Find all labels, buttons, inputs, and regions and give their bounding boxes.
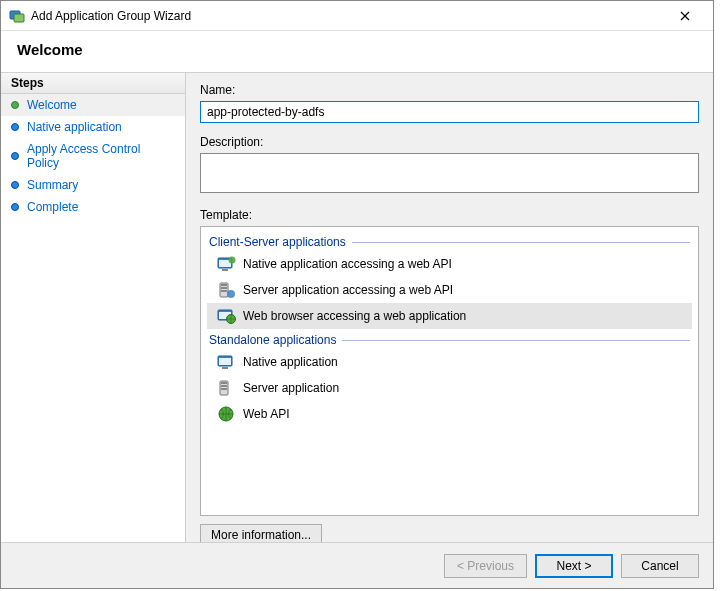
step-label: Summary — [27, 178, 78, 192]
steps-header: Steps — [1, 72, 185, 94]
step-item[interactable]: Native application — [1, 116, 185, 138]
native-api-icon — [215, 254, 237, 274]
step-item[interactable]: Complete — [1, 196, 185, 218]
step-bullet-icon — [11, 123, 19, 131]
page-title: Welcome — [1, 31, 713, 72]
wizard-body: Steps WelcomeNative applicationApply Acc… — [1, 72, 713, 585]
template-item-label: Native application — [243, 355, 338, 369]
template-item-label: Web API — [243, 407, 289, 421]
template-item[interactable]: Web API — [207, 401, 692, 427]
svg-rect-9 — [221, 290, 227, 292]
template-item[interactable]: Native application — [207, 349, 692, 375]
template-item[interactable]: Server application accessing a web API — [207, 277, 692, 303]
wizard-window: Add Application Group Wizard Welcome Ste… — [0, 0, 714, 589]
server-api-icon — [215, 280, 237, 300]
svg-point-10 — [227, 290, 235, 298]
template-label: Template: — [200, 208, 699, 222]
step-bullet-icon — [11, 101, 19, 109]
name-label: Name: — [200, 83, 699, 97]
app-icon — [9, 8, 25, 24]
template-item[interactable]: Native application accessing a web API — [207, 251, 692, 277]
native-icon — [215, 352, 237, 372]
step-label: Complete — [27, 200, 78, 214]
svg-rect-1 — [14, 14, 24, 22]
template-item[interactable]: Web browser accessing a web application — [207, 303, 692, 329]
template-item-label: Native application accessing a web API — [243, 257, 452, 271]
template-item-label: Server application — [243, 381, 339, 395]
cancel-button[interactable]: Cancel — [621, 554, 699, 578]
template-group-header: Standalone applications — [207, 329, 692, 349]
template-item[interactable]: Server application — [207, 375, 692, 401]
svg-rect-8 — [221, 287, 227, 289]
template-list[interactable]: Client-Server applicationsNative applica… — [200, 226, 699, 516]
template-item-label: Web browser accessing a web application — [243, 309, 466, 323]
browser-web-icon — [215, 306, 237, 326]
step-item[interactable]: Apply Access Control Policy — [1, 138, 185, 174]
step-bullet-icon — [11, 203, 19, 211]
name-input[interactable] — [200, 101, 699, 123]
next-button[interactable]: Next > — [535, 554, 613, 578]
previous-button[interactable]: < Previous — [444, 554, 527, 578]
svg-rect-18 — [221, 382, 227, 384]
svg-rect-20 — [221, 388, 227, 390]
window-title: Add Application Group Wizard — [31, 9, 665, 23]
svg-rect-19 — [221, 385, 227, 387]
step-item[interactable]: Welcome — [1, 94, 185, 116]
svg-point-5 — [229, 257, 236, 264]
svg-rect-16 — [222, 367, 228, 369]
step-bullet-icon — [11, 181, 19, 189]
titlebar: Add Application Group Wizard — [1, 1, 713, 31]
steps-sidebar: Steps WelcomeNative applicationApply Acc… — [1, 72, 186, 585]
svg-rect-7 — [221, 284, 227, 286]
step-bullet-icon — [11, 152, 19, 160]
svg-rect-4 — [222, 269, 228, 271]
wizard-footer: < Previous Next > Cancel — [1, 542, 713, 588]
main-panel: Name: Description: Template: Client-Serv… — [186, 72, 713, 585]
step-label: Welcome — [27, 98, 77, 112]
description-label: Description: — [200, 135, 699, 149]
template-group-header: Client-Server applications — [207, 231, 692, 251]
step-label: Apply Access Control Policy — [27, 142, 175, 170]
step-label: Native application — [27, 120, 122, 134]
close-button[interactable] — [665, 2, 705, 30]
svg-rect-15 — [219, 358, 231, 365]
template-item-label: Server application accessing a web API — [243, 283, 453, 297]
globe-icon — [215, 404, 237, 424]
description-input[interactable] — [200, 153, 699, 193]
step-item[interactable]: Summary — [1, 174, 185, 196]
server-icon — [215, 378, 237, 398]
